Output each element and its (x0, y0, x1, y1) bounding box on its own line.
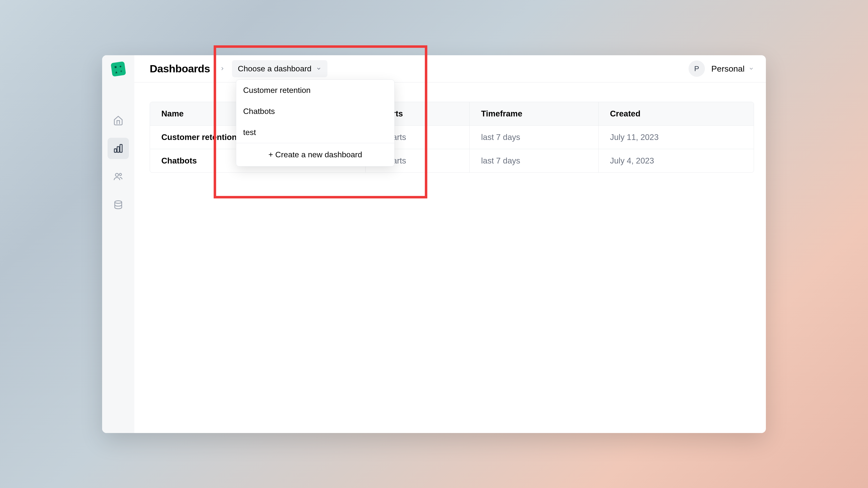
dashboard-dropdown-menu: Customer retention Chatbots test + Creat… (236, 79, 395, 166)
dropdown-create-new[interactable]: + Create a new dashboard (236, 143, 394, 166)
bar-chart-icon (113, 143, 123, 154)
dashboard-selector-label: Choose a dashboard (238, 64, 312, 73)
sidebar: ■ ● ▴ + (102, 55, 134, 433)
svg-rect-0 (114, 149, 117, 152)
people-icon (113, 171, 123, 182)
dashboard-selector-button[interactable]: Choose a dashboard (232, 60, 328, 77)
chevron-down-icon (748, 66, 754, 71)
svg-rect-1 (117, 147, 120, 152)
content-area: Name Charts Timeframe Created Customer r… (134, 83, 766, 433)
row-created: July 4, 2023 (598, 149, 754, 172)
nav-dashboards[interactable] (107, 138, 129, 159)
chevron-down-icon (316, 66, 321, 71)
nav-database[interactable] (107, 194, 129, 216)
app-logo[interactable]: ■ ● ▴ + (111, 61, 126, 76)
dropdown-item-chatbots[interactable]: Chatbots (236, 101, 394, 122)
nav-people[interactable] (107, 166, 129, 187)
breadcrumb-chevron (220, 66, 225, 71)
row-timeframe: last 7 days (470, 149, 598, 172)
chevron-right-icon (220, 66, 225, 71)
dropdown-item-customer-retention[interactable]: Customer retention (236, 80, 394, 101)
svg-rect-2 (120, 144, 122, 152)
workspace-selector[interactable]: Personal (711, 64, 754, 73)
column-header-timeframe[interactable]: Timeframe (470, 102, 598, 125)
home-icon (113, 115, 123, 125)
nav-home[interactable] (107, 109, 129, 131)
svg-point-5 (115, 201, 122, 203)
svg-point-4 (119, 173, 121, 175)
dropdown-item-test[interactable]: test (236, 122, 394, 143)
app-window: ■ ● ▴ + (102, 55, 766, 433)
header-bar: Dashboards Choose a dashboard P Personal (134, 55, 766, 83)
user-avatar[interactable]: P (688, 60, 705, 77)
workspace-label: Personal (711, 64, 745, 73)
row-timeframe: last 7 days (470, 126, 598, 149)
main-content: Dashboards Choose a dashboard P Personal (134, 55, 766, 433)
column-header-created[interactable]: Created (598, 102, 754, 125)
page-title: Dashboards (150, 63, 210, 75)
row-created: July 11, 2023 (598, 126, 754, 149)
database-icon (113, 200, 123, 210)
svg-point-3 (116, 173, 119, 176)
